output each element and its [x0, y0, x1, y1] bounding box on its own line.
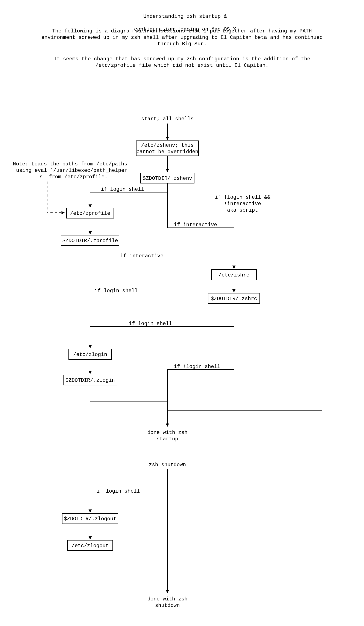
label-script-l1: if !login shell &&: [215, 195, 270, 200]
label-if-login-left-mid: if login shell: [95, 288, 138, 294]
done-startup-l1: done with zsh: [147, 430, 187, 435]
node-zdot-zprofile-text: $ZDOTDIR/.zprofile: [62, 238, 118, 244]
note-l3: -s` from /etc/zprofile.: [36, 174, 107, 180]
edge-note-zprofile: [47, 182, 64, 213]
done-startup-l2: startup: [157, 436, 178, 442]
node-etc-zlogin-text: /etc/zlogin: [73, 352, 107, 357]
node-etc-zshenv-l1: /etc/zshenv; this: [141, 142, 194, 148]
node-zdot-zlogin-text: $ZDOTDIR/.zlogin: [66, 377, 115, 383]
label-if-login-1: if login shell: [101, 187, 144, 192]
label-if-interactive-right: if interactive: [174, 222, 217, 228]
edge-zlogout-rejoin: [90, 550, 167, 567]
edge-script-branch: [167, 205, 322, 410]
label-shutdown-login: if login shell: [97, 488, 140, 494]
start-label: start; all shells: [141, 116, 194, 122]
note-l2: using eval `/usr/libexec/path_helper: [16, 168, 127, 173]
node-zdot-zlogout-text: $ZDOTDIR/.zlogout: [64, 516, 117, 522]
flowchart: start; all shells /etc/zshenv; this cann…: [0, 0, 364, 626]
edge-left-interactive: [90, 259, 234, 269]
node-etc-zlogout-text: /etc/zlogout: [72, 543, 109, 549]
edge-interactive-right: [167, 228, 234, 269]
edge-login-branch: [90, 192, 167, 207]
edge-shutdown-login: [90, 494, 167, 512]
label-if-not-login: if !login shell: [174, 364, 220, 369]
label-script-l3: aka script: [227, 207, 258, 213]
note-l1: Note: Loads the paths from /etc/paths: [13, 161, 127, 167]
edge-zlogin-join: [90, 385, 167, 402]
done-shutdown-l1: done with zsh: [147, 596, 187, 602]
node-zdot-zshrc-text: $ZDOTDIR/.zshrc: [211, 296, 257, 302]
zsh-shutdown-label: zsh shutdown: [149, 462, 186, 468]
node-etc-zshrc-text: /etc/zshrc: [219, 272, 249, 278]
node-zdot-zshenv-text: $ZDOTDIR/.zshenv: [143, 176, 192, 181]
label-script-l2: !interactive: [224, 201, 261, 207]
label-if-interactive-left: if interactive: [120, 253, 164, 259]
node-etc-zshenv-l2: cannot be overridden: [136, 149, 198, 155]
label-if-login-from-right: if login shell: [129, 321, 172, 326]
done-shutdown-l2: shutdown: [155, 603, 180, 608]
node-etc-zprofile-text: /etc/zprofile: [70, 210, 110, 216]
